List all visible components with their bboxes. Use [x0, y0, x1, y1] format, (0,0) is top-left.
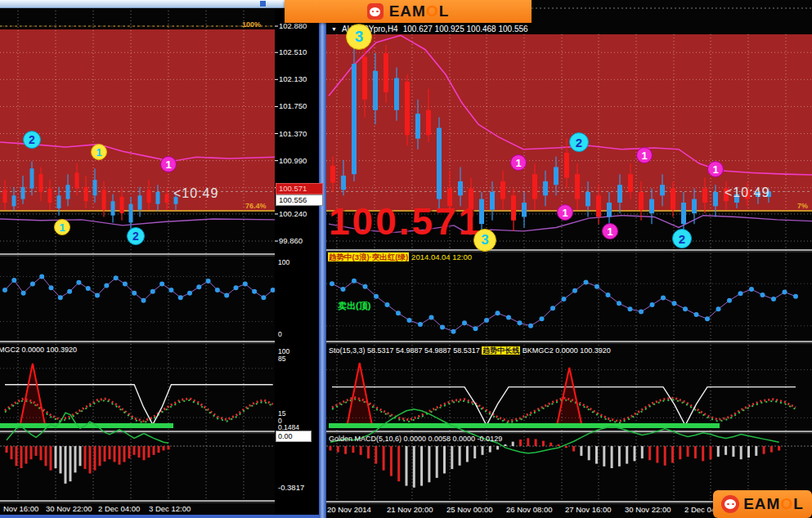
left-window-titlebar[interactable] — [0, 0, 285, 8]
wave-marker-3: 3 — [346, 24, 372, 50]
sell-signal-label: 卖出(顶) — [338, 300, 370, 312]
fib-764-label: 76.4% — [245, 202, 267, 210]
wave-marker-1: 1 — [636, 147, 653, 163]
signal-bar: 趋势中(3浪)·突出红(绿)2014.04.04 12:00 — [328, 252, 472, 263]
time-axis-tick: 21 Nov 20:00 — [387, 506, 433, 514]
price-tick: 100.990 — [279, 157, 307, 165]
sto-trend-tag: 趋势中长线 — [482, 346, 520, 355]
time-axis-tick: 27 Nov 16:00 — [565, 506, 612, 514]
wave-marker-1: 1 — [91, 144, 107, 160]
window-divider[interactable] — [319, 0, 326, 518]
right-sto-label: Sto(15,3,3) 58.5317 54.9887 54.9887 58.5… — [329, 346, 611, 356]
sto-scale-tick: 85 — [278, 355, 285, 363]
bid-price-box: 100.556 — [276, 194, 323, 206]
window-icon — [260, 1, 266, 7]
wave-marker-2: 2 — [569, 132, 589, 152]
time-axis-tick: 26 Nov 08:00 — [506, 506, 553, 514]
oscillator-scale-tick: 100 — [278, 258, 289, 266]
wave-marker-1: 1 — [160, 156, 177, 172]
price-tick: 101.750 — [279, 102, 307, 110]
time-axis-tick: 25 Nov 00:00 — [446, 506, 493, 514]
time-axis-tick: 30 Nov 22:00 — [46, 505, 92, 513]
price-tick: 100.240 — [279, 210, 307, 218]
chevron-down-icon: ▼ — [331, 26, 337, 32]
eamol-watermark: EAMOL — [713, 490, 812, 518]
wave-marker-1: 1 — [557, 204, 573, 221]
ask-price-box: 100.571 — [276, 183, 323, 194]
time-axis-tick: 20 Nov 2014 — [327, 506, 371, 514]
eamol-robot-icon — [721, 495, 739, 513]
macd-low-tick: -0.3817 — [278, 484, 304, 492]
oscillator-scale-tick: 0 — [278, 330, 282, 338]
price-tick: 102.880 — [279, 22, 307, 30]
wave-marker-2: 2 — [23, 131, 41, 149]
time-axis-tick: Nov 16:00 — [3, 505, 38, 513]
signal-text: 趋势中(3浪)·突出红(绿) — [328, 252, 409, 261]
eamol-brand-text: EAMOL — [743, 495, 804, 513]
price-tick: 102.130 — [279, 75, 307, 83]
right-macd-label: Golden MACD(5,10,6) 0.0000 0.0058 0.0000… — [329, 435, 502, 443]
macd-value-box: 0.00 — [276, 431, 312, 442]
time-axis-tick: 30 Nov 22:00 — [625, 506, 671, 514]
time-axis-tick: 2 Dec 04:00 — [98, 505, 140, 513]
signal-timestamp: 2014.04.04 12:00 — [409, 252, 472, 261]
trading-platform-screen: EAMOL ▼ AUDJPYpro,H4 100.627 100.925 100… — [0, 0, 812, 518]
wave-marker-2: 2 — [127, 227, 145, 245]
wave-marker-1: 1 — [707, 161, 724, 177]
price-tick: 102.510 — [279, 48, 307, 56]
candle-countdown-left: <10:49 — [173, 186, 218, 201]
sto-scale-tick: 0.1484 — [278, 423, 299, 431]
eamol-robot-icon — [367, 3, 384, 20]
wave-marker-1: 1 — [602, 223, 618, 239]
price-tick: 101.370 — [279, 130, 307, 138]
wave-marker-1: 1 — [54, 219, 70, 235]
eamol-brand-text: EAMOL — [389, 2, 450, 20]
candle-countdown-right: <10:49 — [725, 185, 769, 200]
eamol-banner: EAMOL — [285, 0, 532, 23]
fib-100-label: 100% — [242, 20, 261, 29]
window-bottom-border — [0, 515, 319, 518]
left-sto-label: MGC2 0.0000 100.3920 — [0, 346, 77, 354]
time-axis-tick: 3 Dec 12:00 — [149, 505, 191, 513]
big-price-readout: 100.571 — [329, 199, 482, 243]
chart-ohlc-readout: 100.627 100.925 100.468 100.556 — [403, 25, 528, 33]
fib-764-label-right: 7% — [797, 202, 808, 210]
right-chart-titlebar[interactable]: ▼ AUDJPYpro,H4 100.627 100.925 100.468 1… — [326, 23, 812, 34]
wave-marker-2: 2 — [672, 229, 692, 248]
wave-marker-3: 3 — [473, 229, 496, 252]
price-tick: 99.860 — [279, 237, 303, 245]
left-chart-window — [0, 0, 319, 518]
wave-marker-1: 1 — [510, 154, 527, 171]
